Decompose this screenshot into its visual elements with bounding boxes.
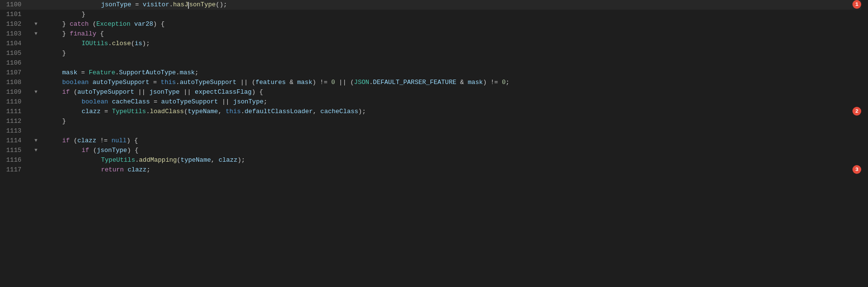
token-var: visitor (143, 1, 170, 8)
token-type: Feature (89, 69, 116, 76)
token-var: jsonType (97, 147, 127, 154)
token-this-kw: this (226, 108, 241, 115)
token-var: SupportAutoType (119, 69, 176, 76)
token-plain: . (241, 108, 245, 115)
token-plain: } (62, 20, 70, 28)
token-kw-flow: if (82, 147, 89, 154)
token-plain: . (115, 69, 119, 76)
token-var: autoTypeSupport (161, 98, 218, 105)
line-number: 1111 (0, 107, 29, 117)
token-var: jsonType (233, 98, 263, 105)
token-plain: ) { (127, 147, 138, 154)
token-type: Exception (96, 20, 130, 28)
token-plain: || (134, 88, 149, 96)
table-row: 1117return clazz;3 (0, 165, 861, 175)
token-var: mask (62, 69, 77, 76)
token-type: TypeUtils (112, 108, 146, 115)
table-row: 1116TypeUtils.addMapping(typeName, clazz… (0, 155, 861, 165)
fold-icon[interactable]: ▼ (34, 146, 37, 155)
token-plain: ; (506, 79, 510, 86)
token-var: clazz (77, 137, 96, 144)
fold-icon[interactable]: ▼ (34, 29, 37, 39)
token-method: close (112, 40, 131, 47)
token-plain: = (149, 79, 160, 86)
token-type: IOUtils (82, 40, 108, 47)
token-plain: != (96, 137, 111, 144)
code-text: } (43, 49, 861, 58)
token-var: typeName (187, 108, 218, 115)
token-plain: ( (70, 88, 78, 96)
token-plain: } (62, 118, 66, 125)
line-number: 1116 (0, 155, 29, 165)
token-plain: . (369, 79, 373, 86)
code-text: if (autoTypeSupport || jsonType || expec… (43, 87, 861, 97)
token-kw-blue: null (111, 137, 126, 144)
table-row: 1105} (0, 49, 861, 58)
gutter-cell[interactable]: ▼ (29, 136, 43, 146)
table-row: 1114▼if (clazz != null) { (0, 136, 861, 146)
token-plain: ) { (252, 88, 263, 96)
fold-icon[interactable]: ▼ (34, 19, 37, 29)
token-plain: || (180, 88, 195, 96)
line-number: 1117 (0, 165, 29, 175)
token-var: jsonType (149, 88, 179, 96)
code-text: IOUtils.close(is); (43, 39, 861, 49)
scrollbar[interactable] (861, 0, 868, 287)
table-row: 1112} (0, 117, 861, 126)
line-number: 1115 (0, 146, 29, 155)
code-text: } catch (Exception var28) { (43, 19, 861, 29)
table-row: 1115▼if (jsonType) { (0, 146, 861, 155)
token-method: sonType (189, 1, 216, 8)
code-text: if (jsonType) { (43, 146, 861, 155)
line-number: 1100 (0, 0, 29, 10)
code-text: return clazz; (43, 165, 851, 175)
token-plain: } (62, 50, 66, 57)
gutter-cell[interactable]: ▼ (29, 87, 43, 97)
token-plain: ) { (127, 137, 138, 144)
token-plain: , (211, 156, 219, 164)
token-plain: ( (89, 20, 97, 28)
token-plain: = (101, 108, 112, 115)
gutter-cell[interactable]: ▼ (29, 19, 43, 29)
line-number: 1112 (0, 117, 29, 126)
token-plain: . (135, 156, 139, 164)
token-plain: ) { (153, 20, 164, 28)
token-plain: ; (264, 98, 268, 105)
token-var: jsonType (101, 1, 131, 8)
code-text: } finally { (43, 29, 861, 39)
token-kw-flow: if (62, 137, 70, 144)
table-row: 1113 (0, 126, 861, 136)
token-plain (124, 166, 128, 173)
code-text: mask = Feature.SupportAutoType.mask; (43, 68, 861, 78)
gutter-cell[interactable]: ▼ (29, 146, 43, 155)
code-text: if (clazz != null) { (43, 136, 861, 146)
line-number: 1101 (0, 10, 29, 19)
table-row: 1111clazz = TypeUtils.loadClass(typeName… (0, 107, 861, 117)
token-plain: , (313, 108, 321, 115)
token-method: hasJ (173, 1, 188, 8)
token-var: DEFAULT_PARSER_FEATURE (373, 79, 457, 86)
token-plain: ; (195, 69, 199, 76)
token-plain: & (457, 79, 468, 86)
gutter-cell[interactable]: ▼ (29, 29, 43, 39)
fold-icon[interactable]: ▼ (34, 87, 37, 97)
token-var: mask (297, 79, 312, 86)
line-number: 1106 (0, 58, 29, 68)
line-number: 1105 (0, 49, 29, 58)
line-number: 1108 (0, 78, 29, 87)
fold-icon[interactable]: ▼ (34, 136, 37, 146)
code-text: } (43, 10, 861, 19)
table-row: 1108boolean autoTypeSupport = this.autoT… (0, 78, 861, 87)
table-row: 1103▼} finally { (0, 29, 861, 39)
token-plain: = (77, 69, 88, 76)
breakpoint-badge: 1 (852, 0, 861, 9)
lines-container: 1100jsonType = visitor.hasJsonType();111… (0, 0, 861, 175)
token-var: typeName (181, 156, 211, 164)
line-number: 1113 (0, 126, 29, 136)
line-number: 1114 (0, 136, 29, 146)
token-plain: ( (89, 147, 97, 154)
token-plain: ) != (483, 79, 502, 86)
code-editor: 1100jsonType = visitor.hasJsonType();111… (0, 0, 868, 287)
line-number: 1110 (0, 97, 29, 107)
code-text: boolean autoTypeSupport = this.autoTypeS… (43, 78, 861, 87)
